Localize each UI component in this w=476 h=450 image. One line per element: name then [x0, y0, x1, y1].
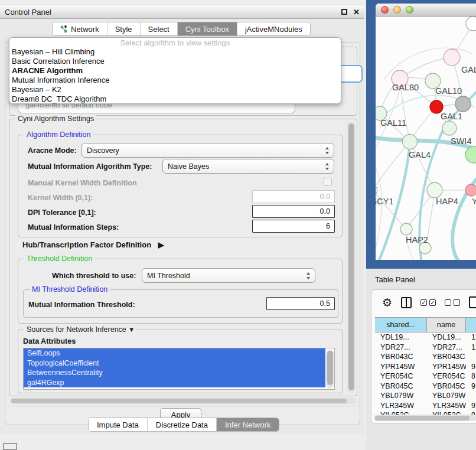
- table-row[interactable]: YBL079W YBL079W: [375, 391, 476, 401]
- zoom-window-icon[interactable]: [406, 6, 413, 14]
- column-header-partial[interactable]: [466, 318, 476, 332]
- settings-scrollbar[interactable]: [347, 122, 355, 393]
- dpi-tolerance-field[interactable]: 0.0: [252, 205, 335, 218]
- tab-discretize-data[interactable]: Discretize Data: [148, 418, 217, 431]
- deselect-all-columns-icon[interactable]: [445, 299, 460, 306]
- list-item[interactable]: SelfLoops: [24, 348, 325, 358]
- node-bright-green[interactable]: [465, 146, 476, 163]
- docked-panel-grip[interactable]: [3, 443, 17, 450]
- node-label: GAL11: [380, 118, 406, 128]
- tab-jactivemnodules[interactable]: jActiveMNodules: [237, 22, 310, 35]
- collapse-arrow-icon: ▼: [128, 326, 135, 333]
- node-label: SWI4: [451, 136, 471, 146]
- column-header-name[interactable]: name: [427, 318, 466, 332]
- table-row[interactable]: YDR27... YDR27... 12: [375, 343, 476, 353]
- mi-type-combo[interactable]: Naive Bayes: [162, 159, 334, 174]
- tab-style[interactable]: Style: [107, 22, 141, 35]
- divider: [6, 406, 360, 406]
- kernel-width-field[interactable]: 0.0: [252, 190, 335, 203]
- network-canvas[interactable]: GAL GAL80 GAL10 GAL1 GAL11 SWI4 GAL4 GCY…: [376, 17, 476, 260]
- tab-network[interactable]: Network: [53, 22, 107, 35]
- list-scrollbar[interactable]: [326, 350, 334, 389]
- manual-kernel-checkbox[interactable]: [324, 178, 332, 186]
- bottom-tabbar: Impute Data Discretize Data Infer Networ…: [88, 418, 279, 432]
- node-label: Y: [472, 197, 476, 206]
- which-threshold-combo[interactable]: MI Threshold: [142, 268, 315, 283]
- tab-infer-network[interactable]: Infer Network: [217, 418, 279, 431]
- table-row[interactable]: YDL19... YDL19... 13: [375, 332, 476, 343]
- tab-select[interactable]: Select: [141, 22, 178, 35]
- table-row[interactable]: YLR345W YLR345W 9.: [375, 401, 476, 411]
- node-gray[interactable]: [455, 96, 471, 112]
- node[interactable]: [466, 17, 476, 31]
- mi-threshold-label: Mutual Information Threshold:: [28, 301, 135, 309]
- split-view-icon[interactable]: [401, 297, 412, 308]
- close-icon[interactable]: ✕: [353, 8, 360, 17]
- cell: YBR043C: [375, 352, 427, 362]
- combo-stepper-icon: [307, 270, 310, 281]
- popup-placeholder: Select algorithm to view settings: [9, 38, 341, 47]
- popup-item[interactable]: Dream8 DC_TDC Algorithm: [9, 94, 341, 104]
- tab-select-label: Select: [148, 25, 169, 34]
- settings-hscrollbar[interactable]: [10, 397, 356, 404]
- list-item[interactable]: gal4RGexp: [24, 378, 325, 388]
- table-row[interactable]: YPR145W YPR145W 9.: [375, 362, 476, 372]
- table-toolbar: ⚙ ✓ ✓: [371, 290, 476, 315]
- hub-definition-toggle[interactable]: Hub/Transcription Factor Definition ▶: [22, 240, 164, 249]
- cell: YDR27...: [427, 343, 466, 353]
- table-row[interactable]: YER054C YER054C 8.: [375, 371, 476, 381]
- tab-infer-network-label: Infer Network: [225, 420, 270, 429]
- mi-steps-value: 6: [326, 222, 330, 230]
- select-all-columns-icon[interactable]: ✓ ✓: [420, 299, 436, 306]
- table-hscrollbar[interactable]: [374, 415, 476, 421]
- cell: YBL079W: [375, 391, 427, 401]
- mi-threshold-field[interactable]: 0.5: [266, 297, 335, 310]
- popup-item[interactable]: Basic Correlation Inference: [9, 57, 341, 66]
- network-window-titlebar[interactable]: [376, 4, 476, 17]
- node-gcy1[interactable]: [376, 185, 377, 195]
- panel-title: Control Panel: [5, 8, 51, 17]
- mi-steps-field[interactable]: 6: [252, 220, 335, 233]
- minimize-window-icon[interactable]: [393, 6, 401, 14]
- cell: YDL19...: [427, 332, 466, 343]
- table-row[interactable]: YBR043C YBR043C: [375, 352, 476, 362]
- unchecked-box-icon: [445, 299, 451, 306]
- aracne-mode-value: Discovery: [87, 146, 119, 155]
- popup-item[interactable]: Mutual Information Inference: [9, 76, 341, 85]
- data-attributes-list[interactable]: SelfLoops TopologicalCoefficient Between…: [23, 348, 335, 390]
- sources-group-title[interactable]: Sources for Network Inference ▼: [24, 325, 137, 334]
- float-window-icon[interactable]: [341, 9, 347, 15]
- list-item[interactable]: TopologicalCoefficient: [24, 358, 325, 369]
- aracne-mode-combo[interactable]: Discovery: [81, 143, 334, 158]
- node-label: GAL: [461, 65, 476, 74]
- column-header-shared-name[interactable]: shared...: [375, 318, 427, 332]
- list-item[interactable]: BetweennessCentrality: [24, 368, 325, 378]
- threshold-definition-title: Threshold Definition: [24, 255, 94, 263]
- node-swi4[interactable]: [442, 121, 457, 135]
- cell: [466, 352, 476, 362]
- tab-impute-data[interactable]: Impute Data: [89, 418, 148, 431]
- node-hap4[interactable]: [427, 182, 442, 198]
- tab-cyni-toolbox[interactable]: Cyni Toolbox: [178, 22, 237, 35]
- node-label: GAL4: [409, 150, 431, 159]
- popup-item-selected[interactable]: ARACNE Algorithm: [9, 66, 341, 76]
- close-window-icon[interactable]: [381, 6, 389, 14]
- node-gal4[interactable]: [403, 135, 418, 149]
- node-label: GAL1: [441, 112, 462, 121]
- sources-group-label: Sources for Network Inference: [27, 325, 126, 334]
- settings-group-title: Cyni Algorithm Settings: [15, 115, 96, 123]
- table-row[interactable]: YBR045C YBR045C 9.: [375, 381, 476, 392]
- cell: YBR043C: [427, 352, 466, 362]
- node-label: HAP4: [436, 197, 458, 206]
- cell: 12: [466, 343, 476, 353]
- cell: YBL079W: [427, 391, 466, 401]
- node-hap2[interactable]: [400, 223, 412, 235]
- node-salmon[interactable]: [465, 184, 476, 196]
- popup-item[interactable]: Bayesian – K2: [9, 85, 341, 94]
- control-panel-tabbar: Network Style Select Cyni Toolbox jActiv…: [52, 22, 311, 36]
- node[interactable]: [444, 49, 460, 66]
- popup-item[interactable]: Bayesian – Hill Climbing: [9, 47, 341, 57]
- gear-icon[interactable]: ⚙: [382, 296, 392, 309]
- combo-stepper-icon: [325, 161, 329, 172]
- file-icon[interactable]: [469, 296, 476, 308]
